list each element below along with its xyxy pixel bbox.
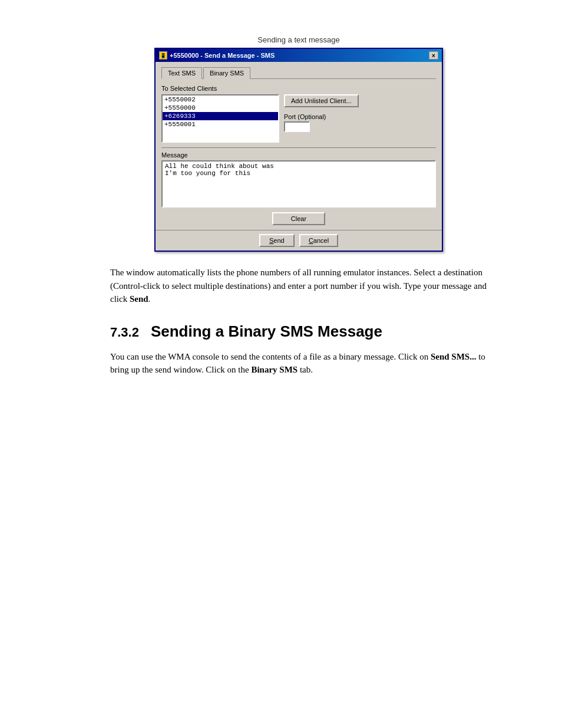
figure-caption: Sending a text message <box>110 35 487 44</box>
dialog-close-button[interactable]: × <box>429 51 438 60</box>
list-item[interactable]: +5550002 <box>163 95 278 104</box>
list-item[interactable]: +5550001 <box>163 120 278 129</box>
clear-row: Clear <box>161 212 436 225</box>
right-panel: Add Unlisted Client... Port (Optional) <box>284 94 359 143</box>
dialog-body: Text SMS Binary SMS To Selected Clients … <box>156 62 442 230</box>
clients-row: +5550002 +5550000 +6269333 +5550001 Add … <box>161 94 436 143</box>
cancel-underline: Cancel <box>309 237 329 244</box>
to-section-label: To Selected Clients <box>161 85 436 92</box>
section-body-text: You can use the WMA console to send the … <box>110 350 487 377</box>
clients-listbox[interactable]: +5550002 +5550000 +6269333 +5550001 <box>161 94 279 143</box>
list-item[interactable]: +6269333 <box>163 112 278 120</box>
tab-text-sms[interactable]: Text SMS <box>161 67 202 79</box>
port-label: Port (Optional) <box>284 113 359 120</box>
port-section: Port (Optional) <box>284 113 359 132</box>
dialog-footer: Send Cancel <box>156 230 442 251</box>
message-section-label: Message <box>161 151 436 159</box>
cancel-button[interactable]: Cancel <box>299 234 338 247</box>
tab-binary-sms[interactable]: Binary SMS <box>203 67 250 79</box>
section-number: 7.3.2 <box>110 325 139 340</box>
dialog-titlebar: 📱 +5550000 - Send a Message - SMS × <box>156 49 442 62</box>
section-heading: 7.3.2 Sending a Binary SMS Message <box>110 322 487 341</box>
list-item[interactable]: +5550000 <box>163 104 278 112</box>
message-textarea[interactable]: All he could think about was I'm too you… <box>161 160 436 207</box>
tabs-row: Text SMS Binary SMS <box>161 67 436 79</box>
add-unlisted-client-button[interactable]: Add Unlisted Client... <box>284 94 359 107</box>
dialog-wrapper: 📱 +5550000 - Send a Message - SMS × Text… <box>110 48 487 252</box>
body-paragraph: The window automatically lists the phone… <box>110 266 487 306</box>
send-button[interactable]: Send <box>259 234 295 247</box>
clear-button[interactable]: Clear <box>272 212 325 225</box>
port-input[interactable] <box>284 121 310 132</box>
sms-dialog: 📱 +5550000 - Send a Message - SMS × Text… <box>154 48 443 252</box>
send-underline: Send <box>269 237 285 244</box>
dialog-icon: 📱 <box>159 51 167 60</box>
section-title: Sending a Binary SMS Message <box>151 322 382 341</box>
dialog-title: 📱 +5550000 - Send a Message - SMS <box>159 51 275 60</box>
message-section: Message All he could think about was I'm… <box>161 147 436 209</box>
